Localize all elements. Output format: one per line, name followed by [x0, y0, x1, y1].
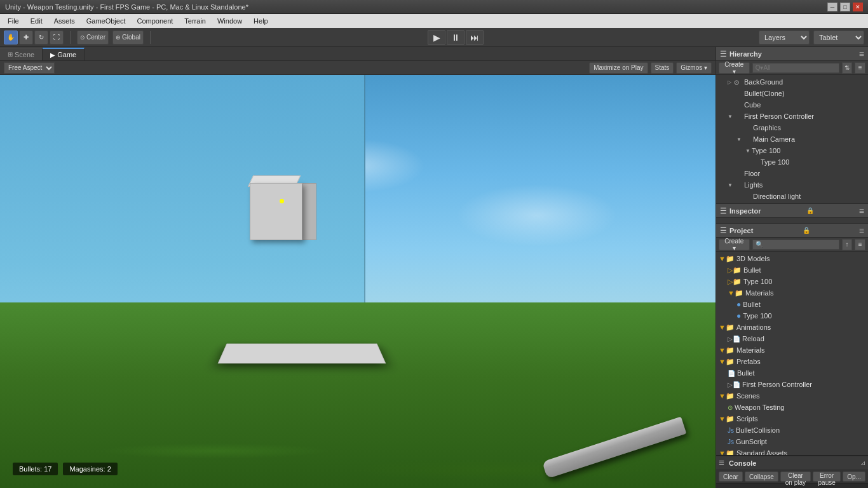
project-lock-icon: 🔒: [803, 227, 810, 234]
menu-terrain[interactable]: Terrain: [179, 16, 211, 26]
hier-item-floor[interactable]: Floor: [716, 168, 868, 179]
rotate-tool[interactable]: ↻: [34, 30, 48, 44]
console-clearonplay-button[interactable]: Clear on play: [780, 471, 811, 482]
inspector-lock-icon[interactable]: 🔒: [806, 207, 814, 214]
proj-item-prefabs[interactable]: ▼📁 Prefabs: [716, 356, 868, 367]
type100-folder-icon: ▷📁: [728, 278, 742, 286]
scene-tab-label: Scene: [15, 51, 34, 58]
layers-dropdown[interactable]: Layers: [759, 30, 810, 44]
weapontesting-scene-icon: ⊙: [728, 404, 733, 411]
stats-button[interactable]: Stats: [651, 62, 674, 74]
hier-item-type100-2[interactable]: Type 100: [716, 156, 868, 168]
scale-tool[interactable]: ⛶: [50, 30, 64, 44]
gunscript-icon: Js: [728, 438, 734, 445]
project-list: ▼📁 3D Models ▷📁 Bullet ▷📁 Type 100 ▼📁 M: [716, 252, 868, 455]
menu-file[interactable]: File: [3, 16, 24, 26]
floor-platform: [218, 344, 386, 364]
project-search-input[interactable]: [752, 240, 839, 250]
proj-item-weapontesting[interactable]: ⊙ Weapon Testing: [716, 402, 868, 413]
gizmos-button[interactable]: Gizmos ▾: [676, 62, 712, 74]
console-resize-icon: ⊿: [860, 459, 865, 466]
project-create-button[interactable]: Create ▾: [719, 239, 750, 250]
hierarchy-search-input[interactable]: [752, 63, 839, 73]
space-global-button[interactable]: ⊕ Global: [112, 30, 144, 44]
hier-item-fpc[interactable]: ▼ First Person Controller: [716, 111, 868, 122]
proj-item-type100-mat[interactable]: ● Type 100: [716, 310, 868, 322]
proj-item-bullet-mat[interactable]: ● Bullet: [716, 299, 868, 310]
project-options-button[interactable]: ≡: [855, 239, 865, 250]
proj-item-bulletcollision[interactable]: Js BulletCollision: [716, 424, 868, 436]
console-panel: ☰ Console ⊿ Clear Collapse Clear on play…: [716, 456, 868, 488]
proj-label-type100-3d: Type 100: [743, 278, 772, 285]
hier-label-maincamera: Main Camera: [753, 135, 795, 143]
inspector-menu-button[interactable]: ≡: [859, 206, 864, 216]
close-button[interactable]: ✕: [853, 3, 863, 11]
proj-label-bullet-prefab: Bullet: [737, 369, 755, 377]
proj-item-type100-3d[interactable]: ▷📁 Type 100: [716, 276, 868, 287]
cube-right-face: [302, 183, 316, 240]
hier-item-bulletclone[interactable]: Bullet(Clone): [716, 88, 868, 99]
hierarchy-options-button[interactable]: ≡: [855, 62, 865, 74]
play-button[interactable]: ▶: [428, 30, 445, 45]
proj-item-3dmodels[interactable]: ▼📁 3D Models: [716, 253, 868, 264]
hierarchy-create-button[interactable]: Create ▾: [719, 62, 750, 74]
tab-scene[interactable]: ⊞ Scene: [0, 48, 43, 60]
project-panel: ☰ Project 🔒 ≡ Create ▾ ↑ ≡ ▼📁 3D Models: [716, 224, 868, 456]
pivot-center-button[interactable]: ⊙ Center: [77, 30, 109, 44]
menu-gameobject[interactable]: GameObject: [81, 16, 131, 26]
hier-item-lights[interactable]: ▼ Lights: [716, 179, 868, 191]
proj-item-animations[interactable]: ▼📁 Animations: [716, 322, 868, 333]
hierarchy-sort-button[interactable]: ⇅: [842, 62, 853, 74]
console-clear-button[interactable]: Clear: [719, 471, 743, 482]
proj-item-scenes[interactable]: ▼📁 Scenes: [716, 390, 868, 402]
proj-item-bullet-3d[interactable]: ▷📁 Bullet: [716, 264, 868, 276]
sep1: [70, 31, 71, 44]
move-tool[interactable]: ✚: [19, 30, 33, 44]
menu-assets[interactable]: Assets: [49, 16, 80, 26]
menu-help[interactable]: Help: [248, 16, 273, 26]
hier-item-dirlight[interactable]: Directional light: [716, 191, 868, 202]
hier-item-graphics[interactable]: Graphics: [716, 122, 868, 133]
step-button[interactable]: ⏭: [466, 30, 484, 45]
project-sort-button[interactable]: ↑: [842, 239, 853, 250]
proj-item-scripts[interactable]: ▼📁 Scripts: [716, 413, 868, 424]
aspect-select[interactable]: Free Aspect: [4, 62, 55, 74]
bullet3d-folder-icon: ▷📁: [728, 266, 742, 274]
pause-button[interactable]: ⏸: [447, 30, 465, 45]
title-bar-text: Unity - Weapon Testing.unity - First FPS…: [5, 3, 248, 11]
scripts-folder-icon: ▼📁: [719, 415, 735, 423]
inspector-body: [716, 218, 868, 223]
hier-item-cube[interactable]: Cube: [716, 99, 868, 111]
cube-highlight: [280, 199, 284, 203]
minimize-button[interactable]: ─: [827, 3, 837, 11]
project-menu-button[interactable]: ≡: [859, 226, 864, 236]
hier-item-maincamera[interactable]: ▼ Main Camera: [716, 133, 868, 145]
maximize-on-play-button[interactable]: Maximize on Play: [589, 62, 648, 74]
console-errorpause-button[interactable]: Error pause: [813, 471, 841, 482]
hand-tool[interactable]: ✋: [4, 30, 18, 44]
proj-item-bullet-prefab[interactable]: 📄 Bullet: [716, 367, 868, 379]
console-openeditor-button[interactable]: Op...: [843, 471, 865, 482]
tab-game[interactable]: ▶ Game: [43, 48, 85, 60]
hierarchy-title: Hierarchy: [729, 50, 762, 58]
menu-window[interactable]: Window: [212, 16, 247, 26]
proj-item-fpc-prefab[interactable]: ▷📄 First Person Controller: [716, 379, 868, 390]
proj-label-3dmodels: 3D Models: [736, 255, 770, 262]
hier-item-background[interactable]: ▷ ⊙ BackGround: [716, 76, 868, 88]
hierarchy-icon: ☰: [720, 50, 727, 58]
hierarchy-menu-button[interactable]: ≡: [859, 49, 864, 59]
fpc-prefab-icon: ▷📄: [728, 381, 740, 388]
bullets-display: Bullets: 17: [13, 463, 58, 475]
proj-item-reload[interactable]: ▷📄 Reload: [716, 333, 868, 344]
layout-dropdown[interactable]: Tablet: [813, 30, 864, 44]
menu-edit[interactable]: Edit: [25, 16, 48, 26]
proj-item-materials-3d[interactable]: ▼📁 Materials: [716, 287, 868, 299]
proj-item-standardassets[interactable]: ▼📁 Standard Assets: [716, 447, 868, 455]
console-collapse-button[interactable]: Collapse: [745, 471, 778, 482]
maximize-button[interactable]: □: [840, 3, 850, 11]
menu-component[interactable]: Component: [132, 16, 178, 26]
cube-front-face: [250, 183, 302, 240]
proj-item-materials-root[interactable]: ▼📁 Materials: [716, 344, 868, 356]
proj-item-gunscript[interactable]: Js GunScript: [716, 436, 868, 447]
hier-item-type100-1[interactable]: ▼ Type 100: [716, 145, 868, 156]
